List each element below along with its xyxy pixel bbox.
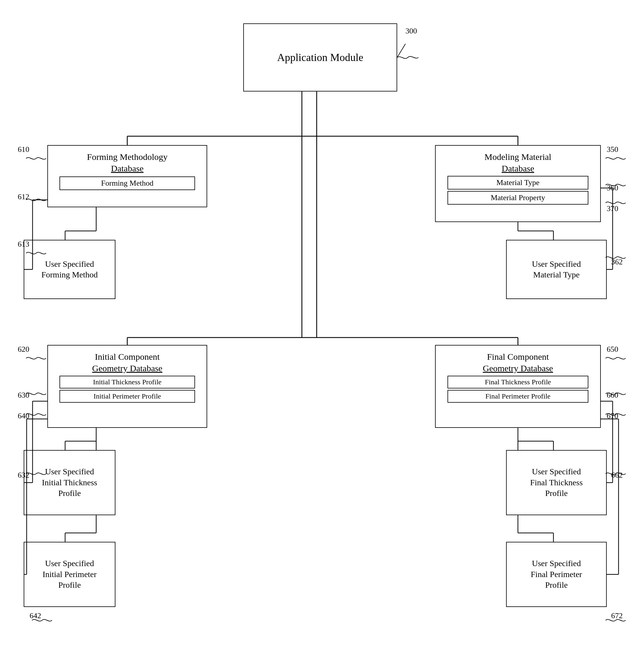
final-geom-box: Final Component Geometry Database Final … [435,345,601,428]
modeling-db-line1: Modeling Material [484,151,551,162]
init-perimeter-inner: Initial Perimeter Profile [60,390,195,403]
ref-350: 350 [607,145,618,154]
user-init-thick-line2: Initial Thickness [42,477,97,488]
material-property-inner: Material Property [447,191,588,205]
user-init-perim-line3: Profile [58,580,81,590]
user-init-perim-line2: Initial Perimeter [43,569,97,580]
user-material-box: User Specified Material Type [506,240,607,299]
final-geom-line2: Geometry Database [483,362,553,374]
app-module-label: Application Module [277,51,363,65]
user-forming-box: User Specified Forming Method [24,240,115,299]
ref-360: 360 [607,184,618,192]
user-forming-line1: User Specified [45,259,94,269]
forming-db-box: Forming Methodology Database Forming Met… [47,145,207,207]
forming-db-line2: Database [111,162,143,174]
modeling-db-line2: Database [502,162,534,174]
app-module-box: Application Module [243,23,397,91]
user-material-line2: Material Type [533,269,580,280]
ref-650: 650 [607,345,618,354]
material-type-inner: Material Type [447,176,588,189]
initial-geom-line1: Initial Component [95,351,160,362]
ref-670: 670 [607,411,618,421]
ref-630: 630 [18,391,29,400]
ref-362: 362 [611,257,623,267]
final-thickness-inner: Final Thickness Profile [447,376,588,388]
forming-method-inner: Forming Method [60,177,195,190]
ref-612: 612 [18,192,29,201]
final-perimeter-inner: Final Perimeter Profile [447,390,588,403]
initial-geom-box: Initial Component Geometry Database Init… [47,345,207,428]
ref-662: 662 [611,471,623,480]
user-forming-line2: Forming Method [41,269,98,280]
ref-640: 640 [18,411,29,421]
user-material-line1: User Specified [532,259,581,269]
final-geom-line1: Final Component [487,351,549,362]
user-final-thick-box: User Specified Final Thickness Profile [506,450,607,515]
user-final-perim-line3: Profile [545,580,568,590]
ref-620: 620 [18,345,29,354]
diagram: Application Module 300 Forming Methodolo… [0,0,644,657]
ref-613: 613 [18,240,29,249]
initial-geom-line2: Geometry Database [92,362,162,374]
ref-660: 660 [607,391,618,400]
ref-370: 370 [607,204,618,213]
user-final-thick-line3: Profile [545,488,568,499]
user-init-thick-line1: User Specified [45,466,94,477]
user-final-perim-line2: Final Perimeter [531,569,582,580]
init-thickness-inner: Initial Thickness Profile [60,376,195,388]
forming-db-line1: Forming Methodology [87,151,168,162]
ref-672: 672 [611,611,623,620]
ref-632: 632 [18,471,29,480]
user-final-thick-line1: User Specified [532,466,581,477]
user-init-perim-box: User Specified Initial Perimeter Profile [24,542,115,607]
user-final-perim-line1: User Specified [532,558,581,569]
user-init-thick-box: User Specified Initial Thickness Profile [24,450,115,515]
user-init-perim-line1: User Specified [45,558,94,569]
user-init-thick-line3: Profile [58,488,81,499]
user-final-thick-line2: Final Thickness [530,477,583,488]
modeling-db-box: Modeling Material Database Material Type… [435,145,601,222]
ref-610: 610 [18,145,29,154]
user-final-perim-box: User Specified Final Perimeter Profile [506,542,607,607]
svg-line-56 [397,44,406,58]
ref-642: 642 [30,611,41,620]
ref-300: 300 [406,27,417,36]
